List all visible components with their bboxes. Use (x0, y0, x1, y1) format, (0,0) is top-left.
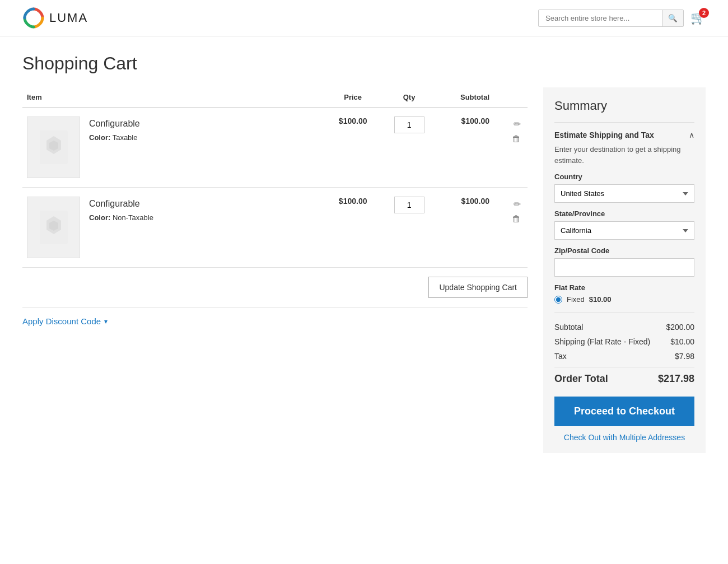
item-price-1: $100.00 (325, 188, 380, 268)
state-select[interactable]: California (554, 221, 694, 240)
item-cell: Configurable Color: Taxable (27, 116, 321, 178)
search-icon: 🔍 (668, 14, 678, 22)
tax-label: Tax (554, 352, 567, 361)
item-subtotal-0: $100.00 (438, 108, 494, 188)
order-total-value: $217.98 (658, 373, 694, 385)
item-qty-cell-0 (380, 108, 438, 188)
subtotal-label: Subtotal (554, 323, 583, 332)
proceed-to-checkout-button[interactable]: Proceed to Checkout (554, 397, 694, 426)
apply-discount-toggle[interactable]: Apply Discount Code ▾ (22, 316, 108, 326)
page-content: Shopping Cart Item Price Qty Subtotal (0, 36, 728, 470)
cart-icon-area[interactable]: 🛒 2 (690, 11, 706, 25)
flat-rate-radio[interactable] (554, 296, 562, 304)
state-label: State/Province (554, 209, 694, 218)
shipping-estimate-section: Estimate Shipping and Tax ∧ Enter your d… (554, 122, 694, 304)
summary-box: Summary Estimate Shipping and Tax ∧ Ente… (543, 87, 706, 453)
logo[interactable]: LUMA (22, 7, 88, 29)
item-details-0: Configurable Color: Taxable (89, 116, 140, 142)
shipping-section-header: Estimate Shipping and Tax ∧ (554, 130, 694, 139)
shipping-desc: Enter your destination to get a shipping… (554, 144, 694, 166)
cart-layout: Item Price Qty Subtotal (22, 87, 706, 453)
item-cell: Configurable Color: Non-Taxable (27, 197, 321, 258)
apply-discount-label: Apply Discount Code (22, 316, 101, 326)
item-image-1 (27, 197, 80, 258)
col-header-item: Item (22, 87, 325, 108)
country-label: Country (554, 173, 694, 181)
flat-rate-section: Flat Rate Fixed $10.00 (554, 283, 694, 304)
search-input[interactable] (539, 10, 662, 26)
page-title: Shopping Cart (22, 53, 706, 74)
update-cart-button[interactable]: Update Shopping Cart (428, 277, 528, 298)
zip-label: Zip/Postal Code (554, 246, 694, 255)
search-box: 🔍 (538, 10, 684, 27)
chevron-down-icon: ▾ (104, 318, 108, 325)
table-row: Configurable Color: Taxable $100.00 $100… (22, 108, 528, 188)
edit-item-button-0[interactable]: ✏ (511, 116, 523, 132)
qty-input-1[interactable] (394, 197, 424, 213)
delete-item-button-1[interactable]: 🗑 (510, 212, 523, 226)
shipping-value: $10.00 (670, 337, 694, 346)
item-name-1: Configurable (89, 199, 153, 209)
order-total-label: Order Total (554, 373, 608, 385)
summary-title: Summary (554, 99, 694, 113)
cart-badge: 2 (699, 8, 709, 18)
col-header-subtotal: Subtotal (438, 87, 494, 108)
col-header-price: Price (325, 87, 380, 108)
table-row: Configurable Color: Non-Taxable $100.00 … (22, 188, 528, 268)
cart-actions: Update Shopping Cart (22, 268, 528, 307)
col-header-qty: Qty (380, 87, 438, 108)
qty-input-0[interactable] (394, 116, 424, 133)
flat-rate-title: Flat Rate (554, 283, 694, 292)
item-name-0: Configurable (89, 119, 140, 129)
shipping-row: Shipping (Flat Rate - Fixed) $10.00 (554, 334, 694, 349)
item-attr-0: Color: Taxable (89, 133, 140, 142)
discount-section: Apply Discount Code ▾ (22, 307, 528, 335)
cart-table: Item Price Qty Subtotal (22, 87, 528, 268)
item-price-0: $100.00 (325, 108, 380, 188)
shipping-label: Shipping (Flat Rate - Fixed) (554, 337, 650, 346)
subtotal-row: Subtotal $200.00 (554, 320, 694, 334)
edit-item-button-1[interactable]: ✏ (511, 197, 523, 212)
subtotal-value: $200.00 (666, 323, 694, 332)
item-image-0 (27, 116, 80, 178)
cart-main: Item Price Qty Subtotal (22, 87, 528, 335)
delete-item-button-0[interactable]: 🗑 (510, 132, 523, 146)
header-right: 🔍 🛒 2 (538, 10, 706, 27)
flat-rate-option: Fixed $10.00 (554, 295, 694, 304)
shipping-section-title: Estimate Shipping and Tax (554, 130, 654, 139)
flat-rate-value: $10.00 (589, 295, 612, 304)
item-details-1: Configurable Color: Non-Taxable (89, 197, 153, 222)
product-placeholder-icon (40, 211, 68, 244)
logo-icon (22, 7, 45, 29)
site-header: LUMA 🔍 🛒 2 (0, 0, 728, 36)
collapse-icon[interactable]: ∧ (689, 130, 694, 139)
tax-value: $7.98 (675, 352, 694, 361)
item-attr-1: Color: Non-Taxable (89, 213, 153, 222)
cart-sidebar: Summary Estimate Shipping and Tax ∧ Ente… (543, 87, 706, 453)
item-qty-cell-1 (380, 188, 438, 268)
search-button[interactable]: 🔍 (662, 10, 683, 26)
flat-rate-label: Fixed (567, 295, 585, 304)
country-select[interactable]: United States (554, 184, 694, 203)
logo-text: LUMA (49, 11, 88, 25)
product-placeholder-icon (40, 130, 68, 164)
multi-address-link[interactable]: Check Out with Multiple Addresses (554, 433, 694, 442)
totals-section: Subtotal $200.00 Shipping (Flat Rate - F… (554, 313, 694, 388)
item-actions-0: ✏ 🗑 (494, 108, 528, 188)
item-subtotal-1: $100.00 (438, 188, 494, 268)
zip-input[interactable] (554, 258, 694, 277)
order-total-row: Order Total $217.98 (554, 367, 694, 388)
item-actions-1: ✏ 🗑 (494, 188, 528, 268)
tax-row: Tax $7.98 (554, 349, 694, 363)
